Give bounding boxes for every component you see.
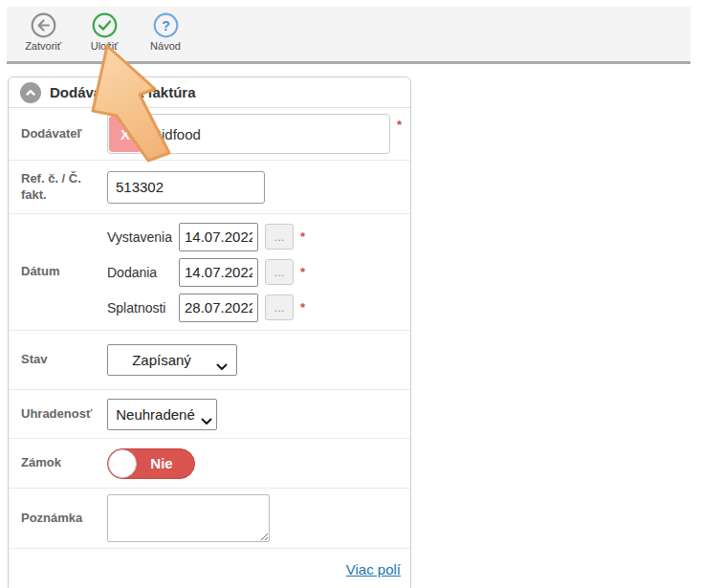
toggle-knob: [108, 449, 137, 478]
check-icon: [92, 12, 118, 38]
date-fields-group: Vystavenia ... * Dodania ... * Splatnost…: [107, 219, 305, 325]
issued-date-picker-button[interactable]: ...: [265, 224, 294, 250]
chevron-up-icon: [24, 86, 37, 99]
required-marker: *: [300, 265, 305, 279]
date-row-issued: Vystavenia ... *: [107, 223, 305, 251]
delivery-date-picker-button[interactable]: ...: [265, 259, 294, 285]
lock-toggle[interactable]: Nie: [107, 448, 195, 479]
collapse-button[interactable]: [20, 82, 41, 103]
payment-select-value: Neuhradené: [116, 406, 195, 423]
required-marker: *: [397, 118, 402, 132]
lock-toggle-value: Nie: [137, 455, 194, 471]
status-select[interactable]: Zapísaný: [107, 344, 237, 376]
svg-text:?: ?: [162, 18, 170, 33]
due-date-label: Splatnosti: [107, 300, 179, 316]
help-button[interactable]: ? Návod: [141, 12, 190, 52]
form-row-dates: Dátum Vystavenia ... * Dodania ... * Spl…: [9, 214, 410, 331]
chevron-down-icon: [216, 358, 228, 374]
back-arrow-icon: [31, 12, 56, 38]
panel-header: Dodávateľská faktúra: [9, 77, 410, 108]
form-row-status: Stav Zapísaný: [9, 331, 410, 390]
ref-label: Ref. č. / Č. fakt.: [21, 171, 107, 203]
panel-title: Dodávateľská faktúra: [50, 84, 196, 100]
lock-label: Zámok: [21, 455, 107, 470]
delivery-date-label: Dodania: [107, 265, 179, 280]
date-row-due: Splatnosti ... *: [107, 294, 305, 322]
supplier-label: Dodávateľ: [21, 126, 107, 142]
date-row-delivery: Dodania ... *: [107, 258, 305, 287]
save-button[interactable]: Uložiť: [79, 12, 129, 52]
form-row-supplier: Dodávateľ X Bidfood *: [9, 108, 410, 161]
clear-supplier-button[interactable]: X: [109, 116, 142, 152]
form-row-ref: Ref. č. / Č. fakt.: [9, 161, 410, 214]
invoice-form-panel: Dodávateľská faktúra Dodávateľ X Bidfood…: [8, 76, 411, 588]
close-button[interactable]: Zatvoriť: [18, 12, 68, 52]
form-row-paid: Uhradenosť Neuhradené: [9, 390, 410, 439]
issued-date-label: Vystavenia: [107, 229, 179, 245]
supplier-input[interactable]: X Bidfood: [107, 114, 390, 154]
form-row-note: Poznámka: [9, 489, 410, 549]
supplier-value: Bidfood: [152, 126, 201, 142]
ref-input[interactable]: [107, 171, 265, 204]
note-textarea[interactable]: [107, 494, 270, 542]
payment-select[interactable]: Neuhradené: [107, 399, 217, 430]
form-row-lock: Zámok Nie: [9, 439, 410, 489]
close-button-label: Zatvoriť: [25, 40, 61, 52]
issued-date-input[interactable]: [179, 223, 258, 251]
more-fields-link[interactable]: Viac polí: [346, 561, 401, 577]
chevron-down-icon: [201, 412, 212, 428]
paid-label: Uhradenosť: [21, 406, 107, 422]
delivery-date-input[interactable]: [179, 258, 258, 287]
due-date-picker-button[interactable]: ...: [265, 294, 294, 320]
question-icon: ?: [153, 12, 179, 38]
status-select-value: Zapísaný: [132, 352, 191, 368]
due-date-input[interactable]: [179, 294, 258, 322]
toolbar: Zatvoriť Uložiť ? Návod: [7, 7, 690, 64]
status-label: Stav: [21, 352, 107, 367]
note-label: Poznámka: [21, 511, 107, 526]
panel-footer: Viac polí: [9, 549, 410, 577]
save-button-label: Uložiť: [91, 40, 119, 52]
required-marker: *: [300, 300, 305, 315]
date-label: Dátum: [21, 264, 107, 279]
required-marker: *: [300, 229, 305, 244]
help-button-label: Návod: [150, 40, 181, 52]
